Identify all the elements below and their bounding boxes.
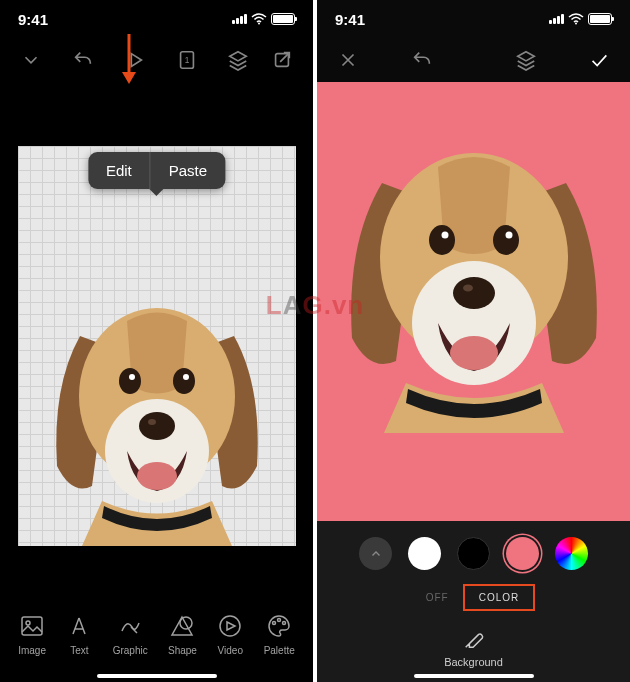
palette-icon (266, 613, 292, 639)
svg-point-30 (450, 336, 498, 370)
svg-rect-14 (22, 617, 42, 635)
pages-icon[interactable]: 1 (176, 49, 198, 71)
status-time: 9:41 (18, 11, 48, 28)
tool-label: Image (18, 645, 46, 656)
svg-point-17 (220, 616, 240, 636)
screenshot-right: 9:41 (317, 0, 630, 682)
color-swatches (359, 537, 588, 570)
toggle-off[interactable]: OFF (412, 586, 463, 609)
tool-graphic[interactable]: Graphic (113, 613, 148, 656)
home-indicator (97, 674, 217, 678)
svg-point-8 (173, 368, 195, 394)
share-icon[interactable] (271, 49, 293, 71)
status-bar: 9:41 (317, 0, 630, 38)
svg-point-21 (575, 23, 577, 25)
bottom-tools: Image Text Graphic Shape Video Palette (0, 592, 313, 682)
close-icon[interactable] (337, 49, 359, 71)
tool-label: Graphic (113, 645, 148, 656)
image-icon (19, 613, 45, 639)
wifi-icon (251, 13, 267, 25)
svg-point-9 (129, 374, 135, 380)
top-toolbar: 1 (0, 38, 313, 82)
svg-point-10 (183, 374, 189, 380)
canvas[interactable]: Edit Paste (18, 146, 296, 546)
battery-icon (588, 13, 612, 25)
tool-video[interactable]: Video (217, 613, 243, 656)
background-panel: OFF COLOR Background (317, 521, 630, 682)
dog-image[interactable] (32, 266, 282, 546)
canvas-background[interactable] (317, 82, 630, 521)
svg-point-12 (148, 419, 156, 425)
signal-icon (232, 14, 247, 24)
layers-icon[interactable] (515, 49, 537, 71)
svg-point-19 (278, 618, 281, 621)
tool-palette[interactable]: Palette (264, 613, 295, 656)
swatch-color-picker[interactable] (555, 537, 588, 570)
status-bar: 9:41 (0, 0, 313, 38)
battery-icon (271, 13, 295, 25)
undo-icon[interactable] (72, 49, 94, 71)
video-icon (217, 613, 243, 639)
edit-button[interactable]: Edit (88, 152, 150, 189)
context-menu: Edit Paste (88, 152, 225, 189)
status-time: 9:41 (335, 11, 365, 28)
shape-icon (169, 613, 195, 639)
dog-image[interactable] (324, 103, 624, 433)
signal-icon (549, 14, 564, 24)
tool-label: Palette (264, 645, 295, 656)
eraser-icon (462, 627, 486, 651)
chevron-down-icon[interactable] (20, 49, 42, 71)
tool-text[interactable]: Text (66, 613, 92, 656)
tool-label: Text (70, 645, 88, 656)
undo-icon[interactable] (411, 49, 433, 71)
background-tool[interactable]: Background (444, 627, 503, 668)
svg-point-13 (137, 462, 177, 490)
layers-icon[interactable] (227, 49, 249, 71)
svg-point-27 (505, 232, 512, 239)
screenshot-left: 9:41 1 Edit Paste (0, 0, 313, 682)
background-label: Background (444, 656, 503, 668)
toggle-color[interactable]: COLOR (463, 584, 536, 611)
tool-label: Video (218, 645, 243, 656)
svg-point-11 (139, 412, 175, 440)
top-toolbar (317, 38, 630, 82)
tool-shape[interactable]: Shape (168, 613, 197, 656)
svg-point-7 (119, 368, 141, 394)
status-right (232, 13, 295, 25)
svg-point-29 (463, 285, 473, 292)
swatch-white[interactable] (408, 537, 441, 570)
expand-swatches-icon[interactable] (359, 537, 392, 570)
paste-button[interactable]: Paste (151, 152, 225, 189)
swatch-black[interactable] (457, 537, 490, 570)
svg-point-24 (429, 225, 455, 255)
graphic-icon (117, 613, 143, 639)
svg-point-20 (283, 621, 286, 624)
home-indicator (414, 674, 534, 678)
svg-text:1: 1 (184, 56, 189, 65)
svg-point-26 (441, 232, 448, 239)
background-toggle: OFF COLOR (412, 584, 536, 611)
wifi-icon (568, 13, 584, 25)
status-right (549, 13, 612, 25)
canvas-area[interactable]: Edit Paste (0, 82, 313, 592)
text-icon (66, 613, 92, 639)
tool-label: Shape (168, 645, 197, 656)
svg-point-15 (26, 621, 30, 625)
check-icon[interactable] (588, 49, 610, 71)
annotation-arrow (119, 32, 139, 90)
svg-point-25 (493, 225, 519, 255)
svg-point-28 (453, 277, 495, 309)
tool-image[interactable]: Image (18, 613, 46, 656)
svg-point-0 (258, 23, 260, 25)
svg-point-18 (273, 621, 276, 624)
swatch-pink[interactable] (506, 537, 539, 570)
